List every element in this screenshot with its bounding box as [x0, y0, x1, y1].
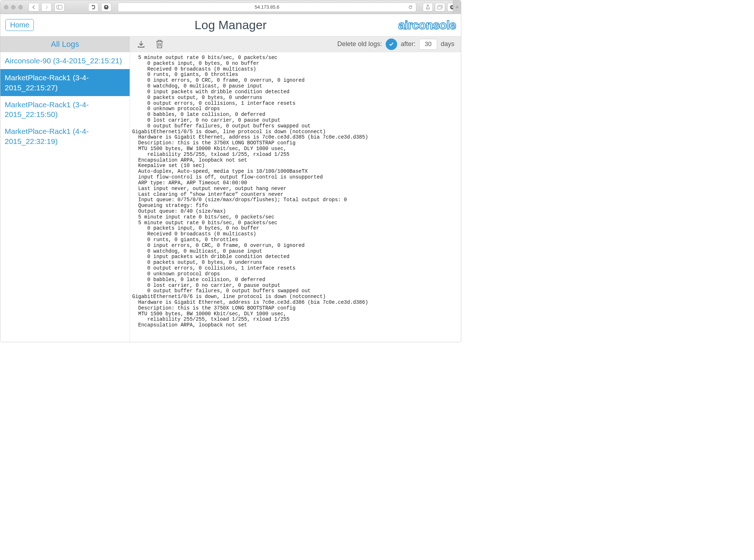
after-label: after: [401, 40, 416, 48]
close-window-icon[interactable] [4, 5, 8, 9]
log-output[interactable]: 5 minute output rate 0 bits/sec, 0 packe… [130, 52, 461, 342]
sidebar-title: All Logs [0, 36, 130, 52]
auto-delete-toggle[interactable] [386, 39, 397, 50]
sidebar: All Logs Airconsole-90 (3-4-2015_22:15:2… [0, 36, 130, 342]
download-log-button[interactable] [136, 40, 146, 49]
url-text: 54.173.85.6 [255, 4, 279, 10]
zoom-window-icon[interactable] [18, 5, 23, 9]
reload-icon[interactable] [408, 5, 413, 10]
evernote-extension-button[interactable] [88, 3, 98, 12]
window-controls [4, 5, 23, 9]
log-list-item[interactable]: MarketPlace-Rack1 (4-4-2015_22:32:19) [0, 123, 130, 150]
days-unit-label: days [441, 40, 454, 48]
log-list-item[interactable]: Airconsole-90 (3-4-2015_22:15:21) [0, 52, 130, 69]
app-header: Home Log Manager airconsole [0, 14, 461, 36]
svg-rect-4 [437, 6, 441, 9]
tabs-button[interactable] [435, 3, 445, 12]
share-button[interactable] [423, 3, 433, 12]
home-button[interactable]: Home [5, 19, 34, 31]
minimize-window-icon[interactable] [11, 5, 15, 9]
log-list-item[interactable]: MarketPlace-Rack1 (3-4-2015_22:15:27) [0, 69, 130, 96]
new-tab-button[interactable]: + [453, 0, 461, 14]
address-bar[interactable]: 54.173.85.6 [118, 3, 416, 12]
days-input[interactable] [419, 39, 437, 50]
log-list-item[interactable]: MarketPlace-Rack1 (3-4-2015_22:15:50) [0, 96, 130, 123]
brand-logo: airconsole [398, 18, 456, 32]
delete-log-button[interactable] [155, 39, 164, 49]
back-button[interactable] [28, 3, 39, 12]
sidebar-toggle-button[interactable] [54, 3, 64, 12]
forward-button[interactable] [41, 3, 51, 12]
adblock-extension-button[interactable] [101, 3, 111, 12]
delete-old-logs-label: Delete old logs: [337, 40, 382, 48]
browser-toolbar: 54.173.85.6 + [0, 0, 461, 14]
log-toolbar: Delete old logs: after: days [130, 36, 461, 52]
main-panel: Delete old logs: after: days 5 minute ou… [130, 36, 461, 342]
page-title: Log Manager [0, 18, 461, 32]
log-list: Airconsole-90 (3-4-2015_22:15:21)MarketP… [0, 52, 130, 150]
svg-rect-0 [57, 5, 62, 9]
